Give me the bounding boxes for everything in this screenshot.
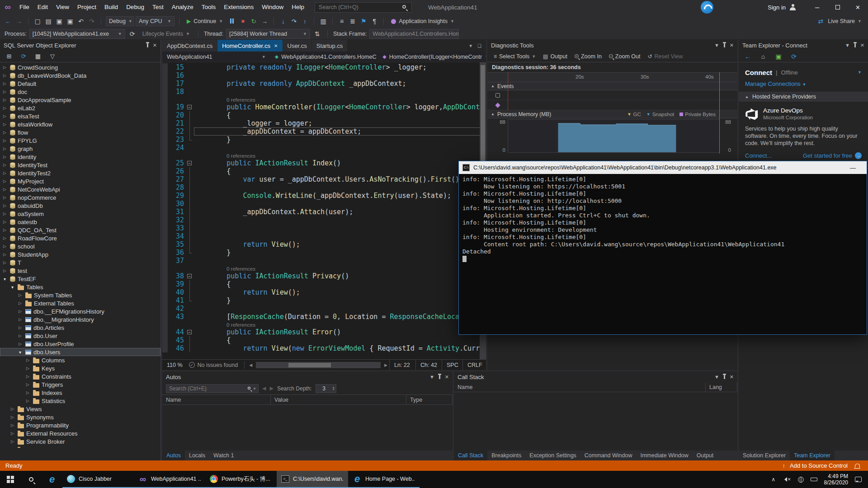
chevron-down-icon[interactable]: ▼ <box>845 42 850 48</box>
tree-item-identitytest2[interactable]: ▷IdentityTest2 <box>0 169 160 177</box>
close-icon[interactable]: ✕ <box>730 374 734 380</box>
pin-icon[interactable] <box>147 43 148 47</box>
expand-arrow-icon[interactable]: ▷ <box>25 390 31 395</box>
expand-arrow-icon[interactable]: ▷ <box>9 407 15 411</box>
code-area[interactable]: 15 private readonly ILogger<HomeControll… <box>162 62 486 359</box>
expand-arrow-icon[interactable]: ▷ <box>2 203 8 208</box>
outline-margin[interactable]: − <box>186 328 194 336</box>
expand-arrow-icon[interactable]: ▷ <box>17 301 23 305</box>
tree-item-flow[interactable]: ▷flow <box>0 128 160 136</box>
menu-extensions[interactable]: Extensions <box>220 0 258 14</box>
pin-icon[interactable] <box>724 43 725 47</box>
column-header-value[interactable]: Value <box>271 395 406 404</box>
menu-window[interactable]: Window <box>258 0 288 14</box>
step-out-icon[interactable]: ↑ <box>300 18 309 25</box>
outline-margin[interactable]: − <box>186 159 194 167</box>
call-stack-header[interactable]: Call Stack ▼ ✕ <box>454 371 737 382</box>
scroll-left-icon[interactable]: ◀ <box>247 363 254 367</box>
tab-user-cs[interactable]: User.cs <box>283 40 312 52</box>
process-refresh-icon[interactable]: ⟳ <box>128 30 137 38</box>
tray-chevron-icon[interactable]: ∧ <box>771 476 775 483</box>
expand-arrow-icon[interactable]: ▷ <box>17 325 23 330</box>
start-button[interactable] <box>0 471 21 488</box>
tree-item-oabuiddb[interactable]: ▷oabuidDb <box>0 202 160 210</box>
expand-arrow-icon[interactable]: ▷ <box>25 399 31 403</box>
tree-item-roadflowcore[interactable]: ▷RoadFlowCore <box>0 234 160 242</box>
events-section-header[interactable]: ▲ Events <box>487 82 737 90</box>
lifecycle-events-dropdown[interactable]: Lifecycle Events▼ <box>140 29 193 39</box>
tree-item-identitytest[interactable]: ▷IdentityTest <box>0 161 160 169</box>
chevron-down-icon[interactable]: ▼ <box>429 374 434 380</box>
pin-icon[interactable] <box>439 375 440 379</box>
breakpoint-margin[interactable] <box>162 216 168 224</box>
breakpoint-margin[interactable] <box>162 88 168 96</box>
select-tools-button[interactable]: ≡Select Tools▼ <box>491 53 538 60</box>
add-sql-server-icon[interactable]: ⊞ <box>5 53 14 60</box>
tree-item-test[interactable]: ▷test <box>0 267 160 275</box>
breakpoint-margin[interactable] <box>162 175 168 183</box>
breakpoint-margin[interactable] <box>162 265 168 272</box>
tree-item-dbo-users[interactable]: ▾dbo.Users <box>0 348 160 356</box>
save-icon[interactable]: ▣ <box>55 18 64 25</box>
undo-icon[interactable]: ↶ <box>76 18 85 25</box>
column-header-lang[interactable]: Lang <box>706 382 737 392</box>
call-stack-grid-body[interactable] <box>454 392 737 450</box>
diagnostic-tools-header[interactable]: Diagnostic Tools ▼ ✕ <box>487 40 737 51</box>
tree-item-testef[interactable]: ▾TestEF <box>0 275 160 283</box>
taskbar-search-button[interactable] <box>21 471 42 488</box>
tree-item-qdc-oa-test[interactable]: ▷QDC_OA_Test <box>0 226 160 234</box>
breakpoint-margin[interactable] <box>162 344 168 352</box>
restart-icon[interactable]: ↻ <box>249 18 258 25</box>
zoom-in-button[interactable]: +Zoom In <box>572 53 604 60</box>
breakpoint-margin[interactable] <box>162 296 168 305</box>
platform-dropdown[interactable]: Any CPU▼ <box>136 16 175 26</box>
expand-arrow-icon[interactable]: ▷ <box>2 187 8 192</box>
chevron-down-icon[interactable]: ▼ <box>858 70 862 75</box>
tree-item-oasystem[interactable]: ▷oaSystem <box>0 210 160 218</box>
expand-arrow-icon[interactable]: ▷ <box>2 228 8 232</box>
expand-arrow-icon[interactable]: ▷ <box>17 293 23 297</box>
breakpoint-margin[interactable] <box>162 321 168 328</box>
autos-tab-locals[interactable]: Locals <box>185 450 209 460</box>
tree-item-service-broker[interactable]: ▷Service Broker <box>0 437 160 446</box>
autos-header[interactable]: Autos ▼ ✕ <box>162 371 453 382</box>
notifications-bell-icon[interactable] <box>855 464 860 468</box>
tree-item-myproject[interactable]: ▷MyProject <box>0 177 160 185</box>
expand-arrow-icon[interactable]: ▷ <box>17 342 23 346</box>
tree-item-crowdsourcing[interactable]: ▷CrowdSourcing <box>0 63 160 71</box>
tree-item-doc[interactable]: ▷doc <box>0 88 160 96</box>
live-share-button[interactable]: ⇄ Live Share▼ <box>813 18 864 25</box>
expand-arrow-icon[interactable]: ▷ <box>2 122 8 127</box>
collapse-region-icon[interactable]: − <box>187 274 192 278</box>
breakpoint-margin[interactable] <box>162 280 168 288</box>
autos-grid-body[interactable] <box>162 405 453 450</box>
tree-item-views[interactable]: ▷Views <box>0 405 160 413</box>
taskbar-button-cisco-jabber[interactable]: Cisco Jabber <box>62 471 134 488</box>
search-forward-icon[interactable]: ▶ <box>269 385 273 391</box>
navigate-forward-icon[interactable]: → <box>14 18 24 25</box>
breakpoint-margin[interactable] <box>162 192 168 200</box>
float-window-icon[interactable]: ❏ <box>477 43 481 48</box>
space-mode-indicator[interactable]: SPC <box>442 360 462 370</box>
reset-view-button[interactable]: ↺Reset View <box>645 53 685 60</box>
expand-arrow-icon[interactable]: ▷ <box>17 309 23 314</box>
filter-icon[interactable]: ▽ <box>48 53 57 60</box>
minimize-button[interactable]: ─ <box>807 0 827 14</box>
tree-item-dbo-user[interactable]: ▷dbo.User <box>0 332 160 340</box>
step-into-icon[interactable]: ↓ <box>278 18 288 25</box>
expand-arrow-icon[interactable]: ▷ <box>2 244 8 249</box>
expand-arrow-icon[interactable]: ▷ <box>17 317 23 322</box>
collapse-region-icon[interactable]: − <box>187 330 192 334</box>
tree-item-triggers[interactable]: ▷Triggers <box>0 380 160 389</box>
menu-build[interactable]: Build <box>100 0 122 14</box>
user-icon[interactable] <box>789 4 796 10</box>
scroll-right-icon[interactable]: ▶ <box>382 363 389 367</box>
tree-item-synonyms[interactable]: ▷Synonyms <box>0 413 160 421</box>
menu-view[interactable]: View <box>52 0 73 14</box>
show-next-statement-icon[interactable]: → <box>260 18 269 25</box>
autos-search-box[interactable]: ▼ <box>166 384 259 393</box>
close-button[interactable]: ✕ <box>848 0 868 14</box>
application-insights-dropdown[interactable]: Application Insights▼ <box>388 18 457 24</box>
tree-item-constraints[interactable]: ▷Constraints <box>0 372 160 380</box>
expand-arrow-icon[interactable]: ▷ <box>2 155 8 159</box>
